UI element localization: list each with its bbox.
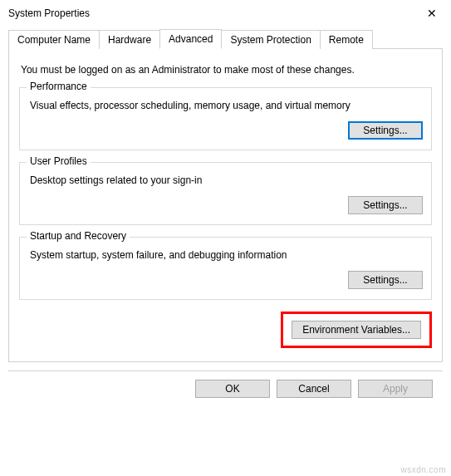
tab-system-protection[interactable]: System Protection bbox=[221, 30, 320, 49]
group-performance-legend: Performance bbox=[27, 81, 91, 92]
performance-settings-button[interactable]: Settings... bbox=[348, 121, 423, 140]
dialog-button-bar: OK Cancel Apply bbox=[8, 370, 443, 406]
env-highlight: Environment Variables... bbox=[281, 312, 432, 348]
startup-recovery-settings-button[interactable]: Settings... bbox=[348, 271, 423, 289]
group-user-profiles-desc: Desktop settings related to your sign-in bbox=[30, 174, 423, 186]
environment-variables-button[interactable]: Environment Variables... bbox=[292, 321, 421, 339]
group-startup-recovery: Startup and Recovery System startup, sys… bbox=[19, 237, 432, 300]
dialog-content: Computer Name Hardware Advanced System P… bbox=[0, 25, 451, 406]
user-profiles-settings-button[interactable]: Settings... bbox=[348, 196, 423, 214]
group-performance: Performance Visual effects, processor sc… bbox=[19, 87, 432, 150]
group-startup-recovery-legend: Startup and Recovery bbox=[27, 230, 130, 242]
group-performance-desc: Visual effects, processor scheduling, me… bbox=[30, 100, 423, 111]
group-user-profiles: User Profiles Desktop settings related t… bbox=[19, 162, 432, 225]
cancel-button[interactable]: Cancel bbox=[277, 380, 351, 398]
ok-button[interactable]: OK bbox=[195, 380, 270, 398]
tab-hardware[interactable]: Hardware bbox=[99, 30, 160, 49]
tab-advanced[interactable]: Advanced bbox=[159, 29, 222, 49]
tab-remote[interactable]: Remote bbox=[320, 30, 373, 49]
tab-computer-name[interactable]: Computer Name bbox=[8, 30, 100, 49]
tab-panel-advanced: You must be logged on as an Administrato… bbox=[8, 48, 443, 362]
group-user-profiles-legend: User Profiles bbox=[27, 155, 91, 167]
apply-button[interactable]: Apply bbox=[358, 380, 433, 398]
close-icon[interactable]: ✕ bbox=[419, 7, 444, 20]
window-title: System Properties bbox=[8, 7, 90, 19]
title-bar: System Properties ✕ bbox=[0, 0, 451, 25]
group-startup-recovery-desc: System startup, system failure, and debu… bbox=[30, 249, 423, 261]
watermark-text: wsxdn.com bbox=[400, 465, 446, 474]
intro-text: You must be logged on as an Administrato… bbox=[21, 64, 432, 76]
tabs: Computer Name Hardware Advanced System P… bbox=[8, 28, 443, 48]
env-row: Environment Variables... bbox=[19, 312, 432, 348]
